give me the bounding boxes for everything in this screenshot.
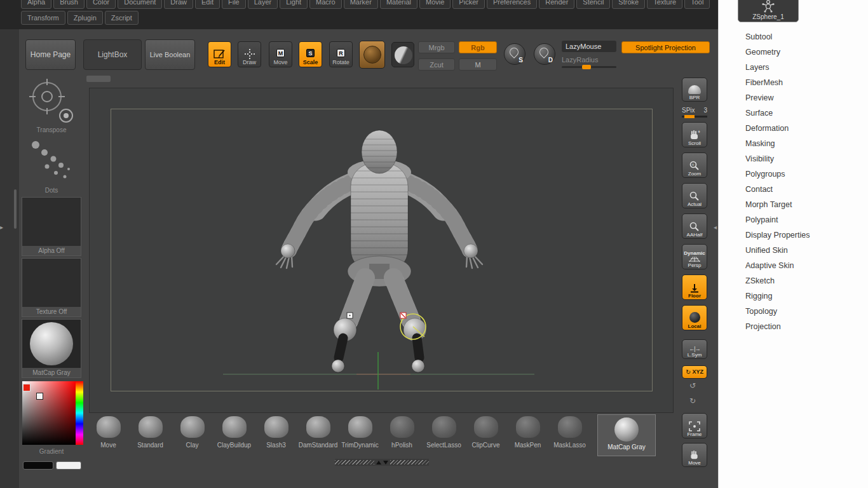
draw-button[interactable]: Draw <box>238 41 261 67</box>
zsphere-model[interactable] <box>90 88 674 414</box>
active-color-swatch[interactable] <box>23 384 31 391</box>
dynamic-persp-button[interactable]: Dynamic Persp <box>682 244 707 269</box>
brush-button[interactable]: TrimDynamic <box>346 416 374 449</box>
tool-section-header[interactable]: Topology <box>719 304 868 319</box>
secondary-color-swatch[interactable] <box>56 461 81 470</box>
menu-item[interactable]: Edit <box>195 0 220 9</box>
main-color-swatch[interactable] <box>23 461 53 470</box>
tool-section-header[interactable]: FiberMesh <box>719 75 868 90</box>
tool-section-header[interactable]: Deformation <box>719 121 868 136</box>
tool-section-header[interactable]: Masking <box>719 136 868 151</box>
home-page-button[interactable]: Home Page <box>25 39 76 70</box>
menu-item[interactable]: Light <box>280 0 308 9</box>
lsym-button[interactable]: ←|→ L.Sym <box>682 339 707 359</box>
lazyradius-slider-track[interactable] <box>562 66 616 68</box>
zoom-button[interactable]: + Zoom <box>682 152 707 178</box>
tool-section-header[interactable]: Visibility <box>719 151 868 166</box>
menu-item[interactable]: Transform <box>21 11 65 25</box>
lightbox-button[interactable]: LightBox <box>83 39 142 70</box>
rgb-toggle[interactable]: Rgb <box>459 41 497 53</box>
left-tray-expand-arrow-icon[interactable]: ▸ <box>0 224 3 231</box>
brush-button[interactable]: Move <box>94 416 123 449</box>
texture-slot[interactable]: Texture Off <box>22 258 81 317</box>
tool-section-header[interactable]: Surface <box>719 105 868 121</box>
scroll-button[interactable]: + Scroll <box>682 122 707 147</box>
spix-slider-thumb[interactable] <box>684 115 695 118</box>
menu-item[interactable]: Picker <box>452 0 485 9</box>
brush-button[interactable]: hPolish <box>388 416 416 449</box>
alpha-slot[interactable]: Alpha Off <box>22 197 81 256</box>
scale-button[interactable]: S Scale <box>299 41 322 67</box>
tool-section-header[interactable]: ZSketch <box>719 273 868 288</box>
color-picker-hue[interactable] <box>76 381 83 445</box>
brush-button[interactable]: Standard <box>136 416 165 449</box>
left-edge-scrollbar[interactable] <box>14 189 17 229</box>
active-material-slot[interactable]: MatCap Gray <box>597 414 656 456</box>
menu-item[interactable]: Draw <box>164 0 193 9</box>
tool-section-header[interactable]: Polygroups <box>719 166 868 182</box>
local-button[interactable]: Local <box>682 305 707 330</box>
current-tool-chip[interactable]: ZSphere_1 <box>738 0 799 22</box>
xyz-button[interactable]: ↻ XYZ <box>682 365 707 379</box>
spix-slider-track[interactable] <box>682 116 707 118</box>
canvas-bottom-scrollbar[interactable] <box>335 459 429 466</box>
right-tray-collapse-arrow-icon[interactable]: ◂ <box>714 224 717 231</box>
menu-item[interactable]: Document <box>118 0 162 9</box>
brush-button[interactable]: MaskLasso <box>555 416 584 449</box>
stroke-d-button[interactable]: D <box>534 43 555 65</box>
menu-item[interactable]: Alpha <box>21 0 51 9</box>
scroll-up-arrow-icon[interactable] <box>376 461 381 464</box>
brush-button[interactable]: DamStandard <box>304 416 332 449</box>
menu-item[interactable]: Stroke <box>612 0 645 9</box>
brush-button[interactable]: MaskPen <box>513 416 542 449</box>
menu-item[interactable]: Zscript <box>105 11 139 25</box>
secondary-material-button[interactable] <box>391 42 414 67</box>
menu-item[interactable]: Movie <box>419 0 451 9</box>
menu-item[interactable]: Texture <box>647 0 682 9</box>
menu-item[interactable]: Preferences <box>487 0 537 9</box>
m-toggle[interactable]: M <box>459 58 497 71</box>
brush-button[interactable]: SelectLasso <box>430 416 458 449</box>
edit-button[interactable]: Edit <box>208 41 231 67</box>
bpr-button[interactable]: BPR <box>682 78 707 102</box>
transpose-icon[interactable] <box>28 78 76 126</box>
menu-item[interactable]: Brush <box>53 0 85 9</box>
rotate-ccw-icon[interactable]: ↺ <box>689 381 696 390</box>
rail-move-button[interactable]: Move <box>682 443 707 467</box>
aahalf-button[interactable]: AAHalf <box>682 214 707 239</box>
tool-section-header[interactable]: Contact <box>719 182 868 197</box>
tool-section-header[interactable]: Morph Target <box>719 197 868 212</box>
viewport-canvas[interactable] <box>89 88 674 413</box>
menu-item[interactable]: Render <box>539 0 574 9</box>
tool-section-header[interactable]: Polypaint <box>719 212 868 227</box>
tool-section-header[interactable]: Layers <box>719 60 868 75</box>
tool-section-header[interactable]: Subtool <box>719 29 868 44</box>
spix-control[interactable]: SPix 3 <box>682 107 707 114</box>
tool-section-header[interactable]: Preview <box>719 90 868 105</box>
rotate-button[interactable]: R Rotate <box>329 41 353 67</box>
tool-section-header[interactable]: Adaptive Skin <box>719 258 868 273</box>
live-boolean-button[interactable]: Live Boolean <box>145 39 195 70</box>
floor-button[interactable]: Floor <box>682 274 707 300</box>
tool-section-header[interactable]: Display Properties <box>719 227 868 243</box>
matcap-slot-left[interactable]: MatCap Gray <box>22 319 81 378</box>
brush-button[interactable]: ClayBuildup <box>220 416 248 449</box>
stroke-s-button[interactable]: S <box>504 43 526 65</box>
actual-button[interactable]: Actual <box>682 183 707 208</box>
lazymouse-toggle[interactable]: LazyMouse <box>562 41 616 52</box>
spotlight-projection-button[interactable]: Spotlight Projection <box>621 41 710 53</box>
menu-item[interactable]: File <box>222 0 246 9</box>
menu-item[interactable]: Zplugin <box>67 11 103 25</box>
tool-section-header[interactable]: Geometry <box>719 44 868 60</box>
menu-item[interactable]: Material <box>380 0 417 9</box>
menu-item[interactable]: Tool <box>684 0 710 9</box>
move-button[interactable]: M Move <box>269 41 292 67</box>
brush-button[interactable]: Clay <box>178 416 207 449</box>
menu-item[interactable]: Macro <box>309 0 342 9</box>
brush-button[interactable]: ClipCurve <box>471 416 500 449</box>
canvas-h-scrollbar[interactable] <box>86 76 111 82</box>
menu-item[interactable]: Stencil <box>576 0 610 9</box>
tool-section-header[interactable]: Unified Skin <box>719 243 868 258</box>
frame-button[interactable]: Frame <box>682 413 707 438</box>
brush-button[interactable]: Slash3 <box>262 416 290 449</box>
